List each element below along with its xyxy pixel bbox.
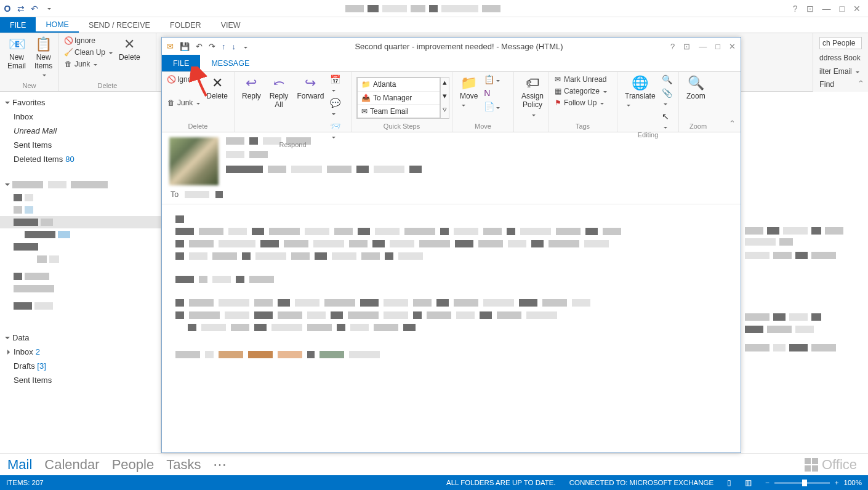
- msg-collapse-ribbon[interactable]: ⌃: [729, 119, 736, 128]
- msg-maximize-icon[interactable]: □: [715, 42, 720, 51]
- ignore-button[interactable]: 🚫Ignore: [64, 36, 113, 46]
- translate-button[interactable]: 🌐Translate: [622, 74, 658, 110]
- new-email-button[interactable]: 📧New Email: [5, 36, 28, 71]
- related-icon[interactable]: 📎: [662, 88, 673, 108]
- tab-view[interactable]: VIEW: [211, 17, 251, 33]
- sidebar-data-sent[interactable]: Sent Items: [0, 373, 161, 387]
- folder-pane: Favorites Inbox Unread Mail Sent Items D…: [0, 92, 161, 453]
- msg-ribbon-display-icon[interactable]: ⊡: [683, 42, 690, 51]
- nav-people[interactable]: People: [112, 457, 155, 473]
- minimize-icon[interactable]: —: [822, 4, 831, 14]
- view-normal-icon[interactable]: ▯: [727, 478, 731, 487]
- policy-icon: 🏷: [525, 76, 540, 90]
- undo-icon[interactable]: ↶: [30, 4, 39, 14]
- new-items-button[interactable]: 📋New Items: [32, 36, 55, 80]
- reply-button[interactable]: ↩Reply: [239, 74, 263, 102]
- zoom-slider[interactable]: [774, 482, 830, 484]
- delete-button[interactable]: ✕Delete: [116, 36, 143, 63]
- prev-icon[interactable]: ↑: [222, 42, 226, 51]
- delete-x-icon: ✕: [210, 76, 225, 90]
- select-icon[interactable]: ↖: [662, 111, 673, 131]
- msg-close-icon[interactable]: ✕: [729, 42, 736, 51]
- help-icon[interactable]: ?: [793, 4, 798, 14]
- navigation-bar: Mail Calendar People Tasks ⋯ Office: [0, 453, 868, 475]
- sidebar-item-deleted[interactable]: Deleted Items80: [0, 152, 161, 166]
- sidebar-item-sent[interactable]: Sent Items: [0, 138, 161, 152]
- actions-icon[interactable]: 📄: [484, 102, 500, 111]
- find-icon[interactable]: 🔍: [662, 74, 673, 84]
- zoom-in-icon[interactable]: +: [835, 479, 839, 486]
- qat-customize[interactable]: [43, 4, 53, 14]
- msg-tab-message[interactable]: MESSAGE: [200, 55, 260, 71]
- tab-file[interactable]: FILE: [0, 17, 36, 33]
- new-items-icon: 📋: [36, 37, 51, 52]
- msg-envelope-icon: ✉: [167, 42, 174, 51]
- qat-customize-msg[interactable]: [242, 42, 247, 51]
- sidebar-data-drafts[interactable]: Drafts [3]: [0, 359, 161, 373]
- tab-send-receive[interactable]: SEND / RECEIVE: [79, 17, 160, 33]
- tab-folder[interactable]: FOLDER: [160, 17, 211, 33]
- maximize-icon[interactable]: □: [840, 4, 845, 14]
- nav-calendar[interactable]: Calendar: [44, 457, 99, 473]
- move-button[interactable]: 📁Move: [457, 74, 480, 110]
- flag-icon: ⚑: [553, 98, 562, 107]
- meeting-icon[interactable]: 📅: [330, 74, 346, 94]
- save-icon[interactable]: 💾: [180, 42, 190, 51]
- status-items: ITEMS: 207: [6, 479, 44, 486]
- zoom-out-icon[interactable]: −: [765, 479, 770, 486]
- msg-minimize-icon[interactable]: —: [699, 42, 707, 51]
- undo-icon[interactable]: ↶: [196, 42, 203, 51]
- followup-button[interactable]: ⚑Follow Up: [553, 98, 607, 108]
- redo-icon[interactable]: ↷: [209, 42, 215, 51]
- view-reading-icon[interactable]: ▥: [745, 478, 752, 487]
- cleanup-button[interactable]: 🧹Clean Up: [64, 47, 113, 57]
- nav-more[interactable]: ⋯: [213, 457, 227, 473]
- nav-mail[interactable]: Mail: [7, 457, 32, 473]
- reply-all-button[interactable]: ⤺Reply All: [267, 74, 291, 110]
- account-header[interactable]: [0, 177, 161, 191]
- junk-icon: 🗑: [167, 98, 175, 107]
- zoom-controls[interactable]: − + 100%: [765, 479, 862, 486]
- categorize-button[interactable]: ▦Categorize: [553, 86, 607, 96]
- msg-junk-button[interactable]: 🗑Junk: [167, 98, 200, 108]
- rules-icon[interactable]: 📋: [484, 74, 500, 84]
- msg-tab-file[interactable]: FILE: [162, 55, 200, 71]
- message-body: [162, 204, 741, 452]
- status-connected: CONNECTED TO: MICROSOFT EXCHANGE: [569, 479, 714, 486]
- zoom-button[interactable]: 🔍Zoom: [684, 74, 708, 102]
- send-receive-icon[interactable]: ⇄: [16, 4, 26, 14]
- msg-group-delete: Delete: [167, 122, 229, 132]
- sidebar-data-inbox[interactable]: Inbox2: [0, 345, 161, 359]
- reply-icon: ↩: [244, 76, 259, 90]
- next-icon[interactable]: ↓: [232, 42, 236, 51]
- junk-button[interactable]: 🗑Junk: [64, 59, 113, 69]
- search-people-input[interactable]: ch People: [819, 37, 862, 49]
- filter-email-button[interactable]: ilter Email: [819, 66, 862, 76]
- more-respond-icon[interactable]: 📨: [330, 121, 346, 141]
- message-window: ✉ 💾 ↶ ↷ ↑ ↓ Second quarter - improvement…: [161, 37, 741, 453]
- quick-steps-gallery[interactable]: 📁Atlanta 📤To Manager ✉Team Email: [357, 78, 440, 118]
- msg-group-tags: Tags: [553, 122, 612, 132]
- address-book-button[interactable]: ddress Book: [819, 53, 862, 63]
- msg-help-icon[interactable]: ?: [670, 42, 675, 51]
- data-header[interactable]: Data: [0, 331, 161, 345]
- mark-unread-button[interactable]: ✉Mark Unread: [553, 74, 607, 84]
- assign-policy-button[interactable]: 🏷Assign Policy: [519, 74, 546, 120]
- sidebar-item-inbox[interactable]: Inbox: [0, 110, 161, 124]
- msg-ignore-button[interactable]: 🚫Igno: [167, 74, 200, 84]
- im-icon[interactable]: 💬: [330, 98, 346, 118]
- onenote-icon[interactable]: N: [484, 88, 500, 98]
- to-manager-icon: 📤: [361, 94, 371, 102]
- sidebar-item-unread[interactable]: Unread Mail: [0, 124, 161, 138]
- forward-button[interactable]: ↪Forward: [294, 74, 326, 102]
- msg-delete-button[interactable]: ✕Delete: [204, 74, 230, 102]
- zoom-level: 100%: [844, 479, 862, 486]
- cleanup-icon: 🧹: [64, 48, 73, 57]
- ribbon-display-icon[interactable]: ⊡: [806, 4, 814, 14]
- nav-tasks[interactable]: Tasks: [166, 457, 201, 473]
- collapse-ribbon-icon[interactable]: ⌃: [858, 79, 864, 88]
- tab-home[interactable]: HOME: [36, 17, 79, 33]
- msg-group-zoom: Zoom: [684, 122, 712, 132]
- favorites-header[interactable]: Favorites: [0, 95, 161, 110]
- close-icon[interactable]: ✕: [853, 4, 861, 14]
